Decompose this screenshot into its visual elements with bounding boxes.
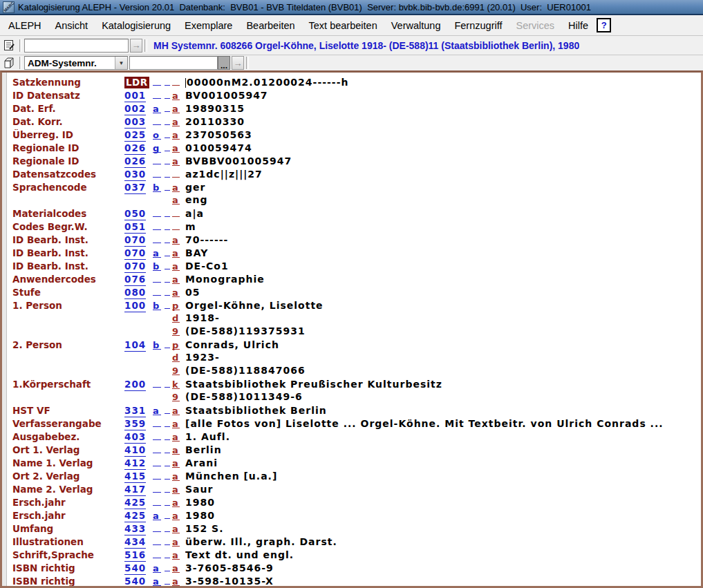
subfield-code-slot[interactable]: a [172, 287, 180, 297]
indicator1-slot[interactable] [153, 167, 161, 178]
field-value[interactable]: (DE-588)119375931 [185, 325, 701, 337]
record-jump-input[interactable] [24, 39, 129, 53]
field-value[interactable]: 3-7605-8546-9 [185, 562, 701, 574]
indicator2-slot[interactable] [165, 404, 170, 414]
field-tag[interactable]: 104 [124, 339, 146, 352]
indicator1-slot[interactable] [153, 154, 161, 164]
indicator2-slot[interactable] [165, 115, 170, 125]
indicator1-slot[interactable] [153, 522, 161, 532]
subfield-code-slot[interactable]: a [172, 90, 180, 100]
field-value[interactable]: 05 [185, 287, 701, 298]
subfield-code-slot[interactable]: a [172, 194, 180, 205]
field-value[interactable]: 00000nM2.01200024------h [185, 77, 701, 88]
indicator1-slot[interactable] [153, 482, 161, 493]
field-value[interactable]: (DE-588)1011349-6 [185, 391, 701, 403]
field-value[interactable]: 1980 [185, 510, 701, 522]
subfield-code-slot[interactable]: a [172, 444, 180, 455]
field-value[interactable]: [alle Fotos von] Liselotte ... Orgel-Köh… [185, 418, 701, 430]
subfield-code-slot[interactable]: a [172, 576, 180, 586]
indicator2-slot[interactable] [165, 272, 170, 283]
menu-item-text-bearbeiten[interactable]: Text bearbeiten [302, 17, 384, 34]
indicator1-slot[interactable] [153, 430, 161, 440]
subfield-code-slot[interactable]: a [172, 142, 180, 153]
indicator2-slot[interactable] [165, 259, 170, 269]
field-tag[interactable]: 076 [124, 274, 146, 286]
field-value[interactable]: Text dt. und engl. [185, 549, 701, 561]
indicator1-slot[interactable] [153, 88, 161, 99]
indicator1-slot[interactable]: b [153, 339, 161, 350]
indicator2-slot[interactable] [165, 102, 170, 112]
indicator1-slot[interactable]: a [153, 405, 161, 415]
indicator1-slot[interactable] [153, 535, 161, 545]
field-tag[interactable]: 100 [124, 300, 146, 312]
indicator2-slot[interactable] [165, 233, 170, 243]
subfield-code-slot[interactable]: 9 [172, 391, 180, 401]
subfield-code-slot[interactable]: a [172, 182, 180, 192]
subfield-code-slot[interactable] [172, 207, 180, 217]
field-tag[interactable]: 002 [124, 103, 146, 115]
adm-systemnr-dropdown[interactable]: ADM-Systemnr. ▼ [24, 56, 128, 70]
subfield-code-slot[interactable] [172, 167, 180, 178]
subfield-code-slot[interactable]: a [172, 155, 180, 166]
subfield-code-slot[interactable] [172, 75, 180, 86]
field-value[interactable]: 010059474 [185, 142, 701, 154]
indicator1-slot[interactable]: b [153, 300, 161, 310]
subfield-code-slot[interactable]: a [172, 405, 180, 415]
adm-number-input[interactable] [129, 56, 218, 70]
indicator2-slot[interactable] [165, 246, 170, 256]
field-value[interactable]: a|a [185, 208, 701, 220]
field-tag[interactable]: 425 [124, 510, 146, 522]
field-value[interactable]: München [u.a.] [185, 471, 701, 482]
indicator2-slot[interactable] [165, 338, 170, 348]
field-tag[interactable]: 026 [124, 155, 146, 168]
field-tag[interactable]: 540 [124, 576, 146, 586]
subfield-code-slot[interactable]: a [172, 103, 180, 113]
indicator2-slot[interactable] [165, 509, 170, 519]
indicator1-slot[interactable]: b [153, 182, 161, 192]
field-tag[interactable]: 516 [124, 549, 146, 562]
indicator1-slot[interactable] [153, 220, 161, 230]
field-tag[interactable]: 331 [124, 405, 146, 417]
subfield-code-slot[interactable]: 9 [172, 325, 180, 336]
indicator1-slot[interactable] [153, 75, 161, 86]
indicator1-slot[interactable] [153, 272, 161, 283]
field-value[interactable]: Staatsbibliothek Berlin [185, 405, 701, 417]
indicator2-slot[interactable] [165, 417, 170, 427]
subfield-code-slot[interactable]: a [172, 497, 180, 507]
field-value[interactable]: 19890315 [185, 103, 701, 115]
field-tag[interactable]: 080 [124, 287, 146, 299]
subfield-code-slot[interactable]: a [172, 484, 180, 494]
indicator1-slot[interactable] [153, 417, 161, 427]
field-tag-selected[interactable]: LDR [124, 77, 149, 88]
browse-ellipsis-button[interactable]: ... [218, 56, 230, 70]
field-value[interactable]: Conrads, Ulrich [185, 339, 701, 351]
field-value[interactable]: 70------ [185, 234, 701, 246]
field-value[interactable]: Berlin [185, 444, 701, 456]
indicator2-slot[interactable] [165, 469, 170, 480]
field-tag[interactable]: 030 [124, 169, 146, 181]
field-value[interactable]: Saur [185, 484, 701, 495]
go-arrow-button[interactable]: → [232, 56, 244, 70]
field-value[interactable]: Monographie [185, 274, 701, 285]
subfield-code-slot[interactable]: a [172, 549, 180, 560]
subfield-code-slot[interactable]: a [172, 471, 180, 481]
field-value[interactable]: 1980 [185, 497, 701, 509]
indicator1-slot[interactable] [153, 469, 161, 480]
subfield-code-slot[interactable]: d [172, 352, 180, 362]
field-tag[interactable]: 050 [124, 208, 146, 220]
field-value[interactable]: az1dc||z|||27 [185, 169, 701, 180]
indicator2-slot[interactable] [165, 495, 170, 506]
indicator2-slot[interactable] [165, 207, 170, 217]
indicator2-slot[interactable] [165, 548, 170, 558]
indicator1-slot[interactable]: b [153, 260, 161, 271]
menu-item-verwaltung[interactable]: Verwaltung [384, 17, 448, 34]
indicator1-slot[interactable] [153, 285, 161, 296]
field-value[interactable]: Staatsbibliothek Preußischer Kulturbesit… [185, 379, 701, 390]
indicator1-slot[interactable] [153, 456, 161, 466]
field-value[interactable]: Arani [185, 457, 701, 469]
subfield-code-slot[interactable]: a [172, 116, 180, 126]
marc-record-editor[interactable]: SatzkennungLDR00000nM2.01200024------hID… [7, 73, 701, 586]
menu-item-ansicht[interactable]: Ansicht [48, 17, 95, 34]
subfield-code-slot[interactable]: a [172, 562, 180, 573]
indicator1-slot[interactable] [153, 548, 161, 558]
